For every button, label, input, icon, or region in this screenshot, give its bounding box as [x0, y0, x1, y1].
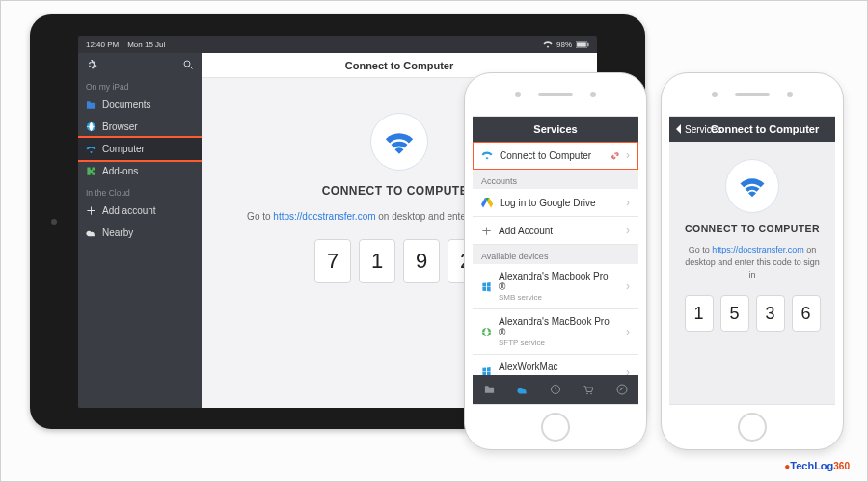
row-label: Alexandra's Macbook Pro ®SMB service [499, 271, 612, 302]
docstransfer-link[interactable]: https://docstransfer.com [712, 245, 804, 254]
cart-icon [583, 385, 594, 395]
desc-pre: Go to [689, 245, 713, 254]
phone-bezel-top [662, 73, 843, 116]
section-devices: Available devices [473, 245, 638, 264]
nav-title: Services [533, 123, 577, 135]
sidebar-item-add-account[interactable]: Add account [78, 200, 202, 222]
sidebar-item-label: Computer [102, 144, 145, 154]
phone-camera [515, 92, 521, 97]
code-input[interactable]: 1 5 3 6 [685, 295, 821, 332]
svg-point-9 [591, 392, 593, 394]
chevron-right-icon: › [626, 196, 630, 209]
nav-back-label: Services [685, 124, 721, 135]
sidebar-item-add-ons[interactable]: Add-ons [78, 160, 202, 182]
svg-rect-1 [577, 42, 586, 46]
phone-bezel-bottom [465, 405, 646, 449]
chevron-right-icon: › [626, 280, 630, 293]
iphone-connect: Services Connect to Computer CONNECT TO … [661, 72, 844, 450]
puzzle-icon [86, 166, 96, 176]
row-add-account[interactable]: Add Account› [473, 217, 638, 245]
status-date: Mon 15 Jul [127, 40, 165, 49]
svg-point-8 [587, 392, 589, 394]
gdrive-icon [481, 198, 493, 208]
docstransfer-link[interactable]: https://docstransfer.com [273, 211, 375, 222]
phone-screen: Services Connect to Computer› Accounts L… [473, 116, 638, 405]
sidebar-item-browser[interactable]: Browser [78, 116, 202, 138]
phone-nav-bar: Services [473, 117, 638, 142]
phone-home-button[interactable] [541, 413, 570, 442]
search-icon[interactable] [182, 59, 194, 70]
compass-icon [616, 384, 628, 395]
wifi-hero-icon [725, 159, 779, 213]
gear-icon[interactable] [86, 59, 97, 70]
connect-heading: CONNECT TO COMPUTER [685, 223, 820, 234]
phone-camera [712, 92, 718, 97]
nav-back-button[interactable]: Services [675, 124, 721, 135]
watermark: ●TechLog360 [784, 460, 850, 471]
tab-compass[interactable] [606, 375, 638, 404]
sidebar-item-nearby[interactable]: Nearby [78, 222, 202, 244]
globe-icon [86, 121, 96, 132]
section-accounts: Accounts [473, 170, 638, 189]
row-alexandra-s-macbook-pro-[interactable]: Alexandra's Macbook Pro ®SMB service› [473, 264, 638, 309]
tab-cart[interactable] [572, 375, 605, 404]
phone-sensor [590, 92, 596, 97]
tab-clock[interactable] [539, 375, 572, 404]
code-digit[interactable]: 1 [359, 239, 395, 283]
connect-desc: Go to https://docstransfer.com on deskto… [681, 244, 824, 281]
chevron-right-icon: › [626, 325, 630, 338]
row-label: Log in to Google Drive [500, 198, 596, 208]
sidebar-item-label: Add account [102, 205, 156, 216]
code-digit[interactable]: 7 [314, 239, 351, 283]
code-input[interactable]: 7 1 9 2 [314, 239, 484, 283]
row-label: Add Account [499, 226, 553, 236]
row-label: Alexandra's MacBook Pro ®SFTP service [499, 316, 612, 347]
plus-icon [86, 205, 96, 216]
phone-home-button[interactable] [738, 413, 767, 442]
chevron-right-icon: › [626, 365, 630, 376]
sidebar-item-computer[interactable]: Computer [78, 138, 202, 160]
row-connect-to-computer[interactable]: Connect to Computer› [473, 142, 638, 170]
ipad-status-bar: 12:40 PM Mon 15 Jul 98% [78, 36, 597, 53]
tab-cloud[interactable] [505, 375, 538, 404]
chevron-left-icon [675, 124, 682, 134]
phone-tab-bar [473, 375, 638, 404]
code-digit[interactable]: 3 [756, 295, 785, 332]
row-alexworkmac[interactable]: AlexWorkMacSMB service› [473, 355, 638, 375]
plus-icon [481, 226, 492, 236]
phone-speaker [538, 93, 573, 96]
sidebar-section-cloud: In the Cloud [78, 182, 202, 200]
code-digit[interactable]: 5 [720, 295, 749, 332]
cloud-icon [517, 386, 529, 394]
page-title: Connect to Computer [345, 60, 453, 71]
row-alexandra-s-macbook-pro-[interactable]: Alexandra's MacBook Pro ®SFTP service› [473, 309, 638, 355]
phone-sensor [787, 92, 793, 97]
row-log-in-to-google-drive[interactable]: Log in to Google Drive› [473, 189, 638, 217]
battery-icon [576, 41, 589, 48]
code-digit[interactable]: 6 [792, 295, 821, 332]
folder-icon [484, 385, 495, 394]
wifi-icon [86, 144, 96, 154]
windows-icon [481, 281, 492, 292]
phone-nav-bar: Services Connect to Computer [669, 117, 835, 142]
status-time: 12:40 PM [86, 40, 119, 49]
folder-icon [86, 99, 96, 110]
watermark-suffix: 360 [833, 461, 850, 471]
phone-bezel-top [465, 73, 646, 116]
windows-icon [481, 366, 492, 375]
sidebar-item-label: Documents [102, 99, 151, 110]
wifi-hero-icon [370, 113, 428, 171]
ipad-sidebar: On my iPad DocumentsBrowserComputerAdd-o… [78, 53, 202, 408]
tab-folder[interactable] [473, 375, 505, 404]
desc-pre: Go to [247, 211, 273, 222]
svg-point-3 [184, 61, 190, 67]
ipad-camera [51, 219, 57, 225]
sidebar-section-local: On my iPad [78, 76, 202, 94]
code-digit[interactable]: 1 [685, 295, 714, 332]
code-digit[interactable]: 9 [403, 239, 440, 283]
sidebar-item-documents[interactable]: Documents [78, 94, 202, 116]
phone-screen: Services Connect to Computer CONNECT TO … [669, 116, 835, 405]
link-icon [609, 150, 619, 161]
svg-line-4 [190, 67, 193, 69]
globe-icon [481, 327, 492, 337]
